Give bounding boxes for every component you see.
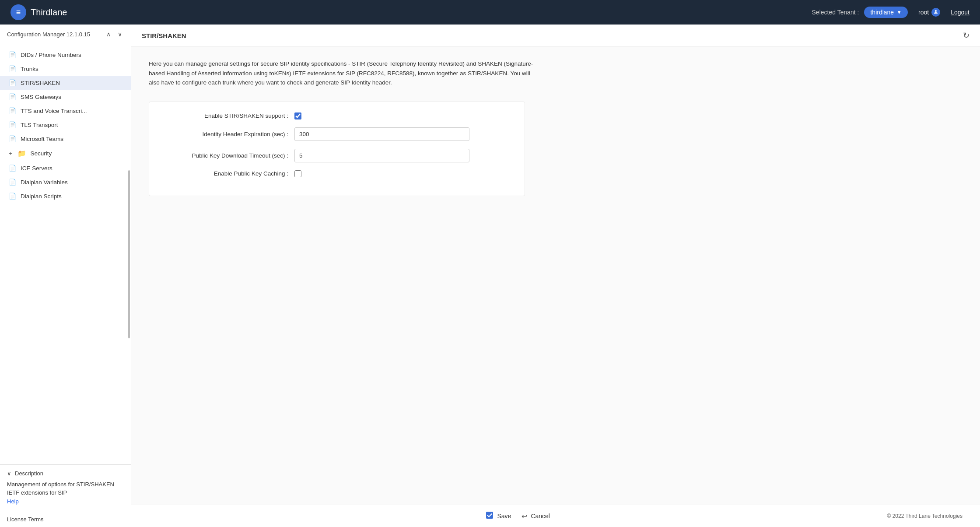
app-header: ≡ Thirdlane Selected Tenant : thirdlane …	[0, 0, 980, 25]
sidebar: Configuration Manager 12.1.0.15 ∧ ∨ 📄 DI…	[0, 25, 131, 527]
chevron-down-icon: ∨	[7, 470, 11, 477]
save-label: Save	[497, 513, 511, 520]
doc-icon: 📄	[9, 121, 16, 128]
sidebar-item-label: Microsoft Teams	[21, 136, 63, 142]
page-title: STIR/SHAKEN	[142, 32, 186, 39]
cancel-button[interactable]: ↩ Cancel	[522, 511, 550, 521]
doc-icon: 📄	[9, 107, 16, 114]
sidebar-item-dids[interactable]: 📄 DIDs / Phone Numbers	[0, 48, 131, 62]
label-enable-stir: Enable STIR/SHAKEN support :	[163, 112, 294, 119]
content-footer: Save ↩ Cancel © 2022 Third Lane Technolo…	[131, 505, 980, 527]
sidebar-title: Configuration Manager 12.1.0.15	[7, 31, 90, 38]
footer-actions: Save ↩ Cancel	[486, 511, 550, 521]
sidebar-item-label: Dialplan Variables	[21, 179, 68, 186]
sidebar-controls: ∧ ∨	[105, 30, 124, 39]
tenant-selector-area: Selected Tenant : thirdlane ▼	[812, 7, 908, 18]
sidebar-item-tts-voice[interactable]: 📄 TTS and Voice Transcri...	[0, 104, 131, 118]
checkbox-enable-stir[interactable]	[294, 112, 301, 119]
form-row-enable-stir: Enable STIR/SHAKEN support :	[163, 112, 511, 119]
sidebar-item-microsoft-teams[interactable]: 📄 Microsoft Teams	[0, 132, 131, 146]
input-identity-expiration[interactable]	[294, 127, 469, 141]
sidebar-item-label: STIR/SHAKEN	[21, 80, 60, 86]
app-logo: ≡ Thirdlane	[10, 4, 67, 20]
form-row-public-key-timeout: Public Key Download Timeout (sec) :	[163, 149, 511, 162]
save-icon	[486, 511, 494, 521]
logout-link[interactable]: Logout	[951, 9, 970, 16]
cancel-icon: ↩	[522, 512, 527, 520]
sidebar-item-ice-servers[interactable]: 📄 ICE Servers	[0, 161, 131, 175]
description-label: Description	[15, 470, 43, 477]
sidebar-item-dialplan-variables[interactable]: 📄 Dialplan Variables	[0, 175, 131, 189]
folder-icon: 📁	[18, 149, 26, 158]
sidebar-item-trunks[interactable]: 📄 Trunks	[0, 62, 131, 76]
doc-icon: 📄	[9, 179, 16, 186]
sidebar-item-label: TTS and Voice Transcri...	[21, 108, 87, 114]
sidebar-item-label: TLS Transport	[21, 122, 58, 128]
content-description: Here you can manage general settings for…	[149, 59, 542, 88]
help-link[interactable]: Help	[7, 498, 19, 505]
sidebar-item-dialplan-scripts[interactable]: 📄 Dialplan Scripts	[0, 189, 131, 203]
copyright-text: © 2022 Third Lane Technologies	[887, 513, 962, 519]
description-text: Management of options for STIR/SHAKEN IE…	[7, 480, 124, 506]
input-public-key-timeout[interactable]	[294, 149, 469, 162]
sidebar-header: Configuration Manager 12.1.0.15 ∧ ∨	[0, 25, 131, 44]
sidebar-item-label: Security	[31, 150, 52, 157]
doc-icon: 📄	[9, 165, 16, 172]
user-badge-icon	[931, 8, 940, 17]
sidebar-scrollbar[interactable]	[128, 170, 130, 338]
doc-icon: 📄	[9, 65, 16, 72]
form-row-public-key-caching: Enable Public Key Caching :	[163, 170, 511, 177]
form-row-identity-expiration: Identity Header Expiration (sec) :	[163, 127, 511, 141]
app-name: Thirdlane	[31, 7, 67, 18]
sidebar-footer: License Terms	[0, 511, 131, 527]
cancel-label: Cancel	[531, 513, 550, 520]
sidebar-item-sms-gateways[interactable]: 📄 SMS Gateways	[0, 90, 131, 104]
doc-icon: 📄	[9, 51, 16, 58]
doc-icon: 📄	[9, 79, 16, 86]
sidebar-item-label: DIDs / Phone Numbers	[21, 52, 81, 58]
sidebar-item-security[interactable]: + 📁 Security	[0, 146, 131, 161]
save-button[interactable]: Save	[486, 511, 511, 521]
tenant-value: thirdlane	[870, 9, 894, 16]
sidebar-item-label: Trunks	[21, 66, 38, 72]
description-toggle[interactable]: ∨ Description	[7, 470, 124, 477]
chevron-down-icon: ▼	[896, 9, 902, 15]
form-section: Enable STIR/SHAKEN support : Identity He…	[149, 102, 525, 196]
user-info: root	[918, 8, 940, 17]
content-body: Here you can manage general settings for…	[131, 47, 980, 505]
sidebar-nav: 📄 DIDs / Phone Numbers 📄 Trunks 📄 STIR/S…	[0, 44, 131, 464]
tenant-label: Selected Tenant :	[812, 9, 859, 16]
label-public-key-caching: Enable Public Key Caching :	[163, 170, 294, 177]
logo-icon: ≡	[10, 4, 26, 20]
doc-icon: 📄	[9, 135, 16, 142]
license-terms-link[interactable]: License Terms	[7, 516, 44, 523]
label-identity-expiration: Identity Header Expiration (sec) :	[163, 131, 294, 137]
sidebar-item-label: Dialplan Scripts	[21, 193, 62, 200]
user-name: root	[918, 9, 929, 16]
sidebar-item-label: ICE Servers	[21, 165, 52, 172]
doc-icon: 📄	[9, 93, 16, 100]
sidebar-description-section: ∨ Description Management of options for …	[0, 464, 131, 511]
content-header: STIR/SHAKEN ↻	[131, 25, 980, 47]
sidebar-item-stir-shaken[interactable]: 📄 STIR/SHAKEN	[0, 76, 131, 90]
sidebar-item-tls-transport[interactable]: 📄 TLS Transport	[0, 118, 131, 132]
main-content: STIR/SHAKEN ↻ Here you can manage genera…	[131, 25, 980, 527]
collapse-up-button[interactable]: ∧	[105, 30, 112, 39]
tenant-select-button[interactable]: thirdlane ▼	[864, 7, 908, 18]
refresh-button[interactable]: ↻	[963, 31, 970, 40]
label-public-key-timeout: Public Key Download Timeout (sec) :	[163, 152, 294, 159]
main-layout: Configuration Manager 12.1.0.15 ∧ ∨ 📄 DI…	[0, 25, 980, 527]
sidebar-item-label: SMS Gateways	[21, 94, 61, 100]
checkbox-public-key-caching[interactable]	[294, 170, 301, 177]
plus-icon: +	[9, 150, 12, 157]
collapse-down-button[interactable]: ∨	[116, 30, 124, 39]
doc-icon: 📄	[9, 193, 16, 200]
